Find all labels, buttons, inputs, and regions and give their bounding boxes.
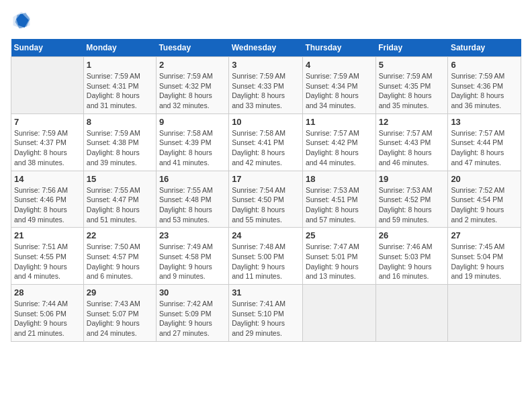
calendar-cell: 1Sunrise: 7:59 AM Sunset: 4:31 PM Daylig… [83, 57, 156, 114]
day-info: Sunrise: 7:46 AM Sunset: 5:03 PM Dayligh… [379, 242, 445, 281]
logo-icon [12, 11, 31, 30]
day-info: Sunrise: 7:55 AM Sunset: 4:48 PM Dayligh… [159, 185, 226, 225]
calendar-cell: 30Sunrise: 7:42 AM Sunset: 5:09 PM Dayli… [156, 285, 228, 342]
day-info: Sunrise: 7:50 AM Sunset: 4:57 PM Dayligh… [87, 242, 153, 281]
calendar-cell [375, 285, 448, 342]
day-info: Sunrise: 7:56 AM Sunset: 4:46 PM Dayligh… [14, 185, 81, 225]
day-header-monday: Monday [83, 39, 156, 57]
day-number: 17 [232, 174, 300, 184]
day-info: Sunrise: 7:51 AM Sunset: 4:55 PM Dayligh… [14, 242, 81, 281]
day-info: Sunrise: 7:53 AM Sunset: 4:52 PM Dayligh… [379, 185, 445, 225]
calendar-cell: 2Sunrise: 7:59 AM Sunset: 4:32 PM Daylig… [156, 57, 228, 114]
calendar-cell: 8Sunrise: 7:59 AM Sunset: 4:38 PM Daylig… [83, 113, 156, 171]
day-number: 21 [14, 230, 81, 240]
calendar-cell: 24Sunrise: 7:48 AM Sunset: 5:00 PM Dayli… [229, 228, 303, 285]
day-number: 2 [159, 60, 226, 70]
calendar-cell: 15Sunrise: 7:55 AM Sunset: 4:47 PM Dayli… [83, 171, 156, 228]
week-row-5: 28Sunrise: 7:44 AM Sunset: 5:06 PM Dayli… [11, 285, 521, 342]
day-info: Sunrise: 7:58 AM Sunset: 4:39 PM Dayligh… [159, 128, 226, 168]
day-number: 8 [87, 117, 153, 127]
calendar-cell: 7Sunrise: 7:59 AM Sunset: 4:37 PM Daylig… [11, 113, 84, 171]
day-number: 28 [14, 287, 81, 298]
day-number: 23 [159, 230, 226, 240]
day-number: 6 [451, 60, 518, 70]
day-info: Sunrise: 7:57 AM Sunset: 4:42 PM Dayligh… [306, 128, 373, 168]
week-row-3: 14Sunrise: 7:56 AM Sunset: 4:46 PM Dayli… [11, 171, 521, 228]
calendar-table: SundayMondayTuesdayWednesdayThursdayFrid… [11, 39, 521, 342]
day-info: Sunrise: 7:59 AM Sunset: 4:37 PM Dayligh… [14, 128, 81, 168]
day-number: 12 [379, 117, 445, 127]
day-info: Sunrise: 7:45 AM Sunset: 5:04 PM Dayligh… [451, 242, 518, 281]
calendar-cell: 31Sunrise: 7:41 AM Sunset: 5:10 PM Dayli… [229, 285, 303, 342]
calendar-cell: 20Sunrise: 7:52 AM Sunset: 4:54 PM Dayli… [448, 171, 521, 228]
calendar-cell: 13Sunrise: 7:57 AM Sunset: 4:44 PM Dayli… [448, 113, 521, 171]
calendar-cell [11, 57, 84, 114]
calendar-cell: 23Sunrise: 7:49 AM Sunset: 4:58 PM Dayli… [156, 228, 228, 285]
calendar-cell: 28Sunrise: 7:44 AM Sunset: 5:06 PM Dayli… [11, 285, 84, 342]
day-info: Sunrise: 7:59 AM Sunset: 4:31 PM Dayligh… [87, 71, 153, 111]
day-number: 10 [232, 117, 300, 127]
day-number: 26 [379, 230, 445, 240]
calendar-cell: 21Sunrise: 7:51 AM Sunset: 4:55 PM Dayli… [11, 228, 84, 285]
week-row-2: 7Sunrise: 7:59 AM Sunset: 4:37 PM Daylig… [11, 113, 521, 171]
day-number: 11 [306, 117, 373, 127]
calendar-cell: 19Sunrise: 7:53 AM Sunset: 4:52 PM Dayli… [375, 171, 448, 228]
day-info: Sunrise: 7:52 AM Sunset: 4:54 PM Dayligh… [451, 185, 518, 225]
day-number: 31 [232, 287, 300, 298]
calendar-cell: 4Sunrise: 7:59 AM Sunset: 4:34 PM Daylig… [302, 57, 375, 114]
calendar-cell: 16Sunrise: 7:55 AM Sunset: 4:48 PM Dayli… [156, 171, 228, 228]
day-header-wednesday: Wednesday [229, 39, 303, 57]
header-row: SundayMondayTuesdayWednesdayThursdayFrid… [11, 39, 521, 57]
calendar-cell: 18Sunrise: 7:53 AM Sunset: 4:51 PM Dayli… [302, 171, 375, 228]
day-number: 29 [87, 287, 153, 298]
calendar-cell: 22Sunrise: 7:50 AM Sunset: 4:57 PM Dayli… [83, 228, 156, 285]
calendar-cell: 27Sunrise: 7:45 AM Sunset: 5:04 PM Dayli… [448, 228, 521, 285]
calendar-cell: 26Sunrise: 7:46 AM Sunset: 5:03 PM Dayli… [375, 228, 448, 285]
day-header-tuesday: Tuesday [156, 39, 228, 57]
day-number: 19 [379, 174, 445, 184]
day-number: 25 [306, 230, 373, 240]
day-info: Sunrise: 7:55 AM Sunset: 4:47 PM Dayligh… [87, 185, 153, 225]
day-header-thursday: Thursday [302, 39, 375, 57]
day-info: Sunrise: 7:59 AM Sunset: 4:34 PM Dayligh… [306, 71, 373, 111]
day-info: Sunrise: 7:42 AM Sunset: 5:09 PM Dayligh… [159, 299, 226, 338]
day-info: Sunrise: 7:59 AM Sunset: 4:32 PM Dayligh… [159, 71, 226, 111]
calendar-cell: 11Sunrise: 7:57 AM Sunset: 4:42 PM Dayli… [302, 113, 375, 171]
day-info: Sunrise: 7:41 AM Sunset: 5:10 PM Dayligh… [232, 299, 300, 338]
day-header-friday: Friday [375, 39, 448, 57]
calendar-cell: 17Sunrise: 7:54 AM Sunset: 4:50 PM Dayli… [229, 171, 303, 228]
calendar-cell: 3Sunrise: 7:59 AM Sunset: 4:33 PM Daylig… [229, 57, 303, 114]
logo [11, 11, 34, 32]
day-number: 4 [306, 60, 373, 70]
day-info: Sunrise: 7:59 AM Sunset: 4:35 PM Dayligh… [379, 71, 445, 111]
day-info: Sunrise: 7:43 AM Sunset: 5:07 PM Dayligh… [87, 299, 153, 338]
day-number: 15 [87, 174, 153, 184]
calendar-cell: 29Sunrise: 7:43 AM Sunset: 5:07 PM Dayli… [83, 285, 156, 342]
calendar-cell [448, 285, 521, 342]
day-number: 3 [232, 60, 300, 70]
day-info: Sunrise: 7:53 AM Sunset: 4:51 PM Dayligh… [306, 185, 373, 225]
day-number: 1 [87, 60, 153, 70]
calendar-cell: 6Sunrise: 7:59 AM Sunset: 4:36 PM Daylig… [448, 57, 521, 114]
day-number: 16 [159, 174, 226, 184]
day-info: Sunrise: 7:48 AM Sunset: 5:00 PM Dayligh… [232, 242, 300, 281]
day-info: Sunrise: 7:47 AM Sunset: 5:01 PM Dayligh… [306, 242, 373, 281]
day-info: Sunrise: 7:54 AM Sunset: 4:50 PM Dayligh… [232, 185, 300, 225]
day-number: 13 [451, 117, 518, 127]
day-info: Sunrise: 7:59 AM Sunset: 4:36 PM Dayligh… [451, 71, 518, 111]
day-info: Sunrise: 7:57 AM Sunset: 4:43 PM Dayligh… [379, 128, 445, 168]
day-number: 22 [87, 230, 153, 240]
day-info: Sunrise: 7:44 AM Sunset: 5:06 PM Dayligh… [14, 299, 81, 338]
day-number: 5 [379, 60, 445, 70]
day-header-saturday: Saturday [448, 39, 521, 57]
day-info: Sunrise: 7:59 AM Sunset: 4:33 PM Dayligh… [232, 71, 300, 111]
day-number: 18 [306, 174, 373, 184]
calendar-cell: 25Sunrise: 7:47 AM Sunset: 5:01 PM Dayli… [302, 228, 375, 285]
day-info: Sunrise: 7:58 AM Sunset: 4:41 PM Dayligh… [232, 128, 300, 168]
day-number: 20 [451, 174, 518, 184]
calendar-cell: 9Sunrise: 7:58 AM Sunset: 4:39 PM Daylig… [156, 113, 228, 171]
week-row-4: 21Sunrise: 7:51 AM Sunset: 4:55 PM Dayli… [11, 228, 521, 285]
page-header [11, 11, 521, 32]
day-header-sunday: Sunday [11, 39, 84, 57]
day-number: 14 [14, 174, 81, 184]
